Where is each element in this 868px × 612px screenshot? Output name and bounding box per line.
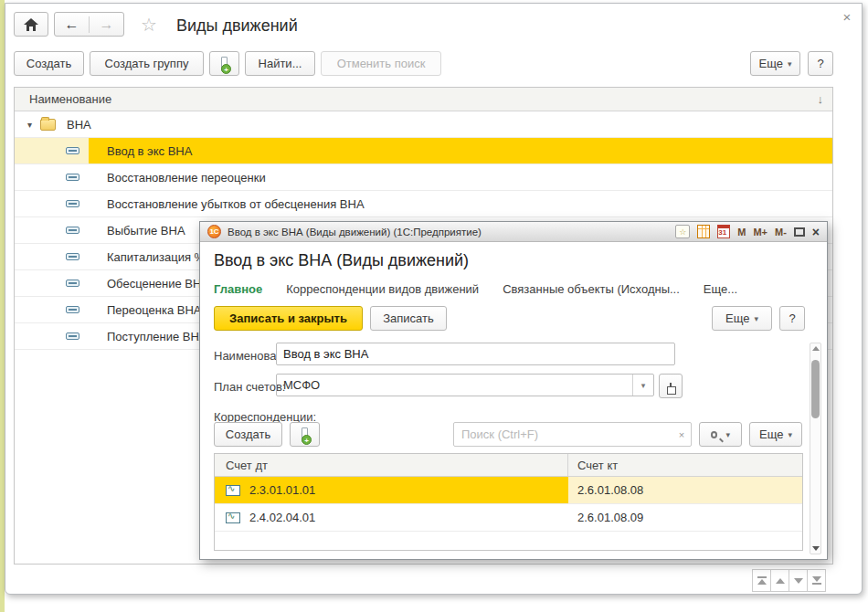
list-item[interactable]: Восстановление убытков от обесценения ВН…: [15, 191, 832, 217]
memory-plus-button[interactable]: M+: [753, 227, 767, 237]
new-item-icon-button[interactable]: +: [209, 51, 239, 76]
plan-open-button[interactable]: [659, 374, 683, 398]
save-and-close-button[interactable]: Записать и закрыть: [214, 306, 363, 331]
item-icon-cell: [15, 138, 89, 164]
forward-button[interactable]: →: [89, 16, 123, 33]
element-icon: [66, 332, 79, 340]
next-page-button[interactable]: [789, 569, 808, 592]
item-label: Ввод в экс ВНА: [89, 138, 832, 164]
col-credit-header[interactable]: Счет кт: [568, 454, 802, 476]
back-button[interactable]: ←: [55, 16, 89, 33]
tab-main[interactable]: Главное: [214, 282, 262, 296]
corr-new-icon-button[interactable]: +: [290, 422, 320, 447]
expander-icon[interactable]: ▾: [27, 120, 40, 130]
find-button[interactable]: Найти...: [245, 51, 315, 76]
dialog-more-button[interactable]: Еще▾: [712, 306, 772, 331]
item-icon-cell: [15, 164, 89, 190]
element-icon: [66, 227, 79, 234]
dialog-help-button[interactable]: ?: [779, 306, 805, 331]
first-page-button[interactable]: [752, 569, 771, 592]
corr-table-header[interactable]: Счет дт Счет кт: [215, 454, 802, 477]
list-item[interactable]: Ввод в экс ВНА: [15, 138, 832, 164]
create-button-label: Создать: [26, 57, 71, 70]
scrollbar-thumb[interactable]: [811, 360, 820, 418]
favorites-icon[interactable]: ☆: [675, 225, 690, 238]
triangle-down-icon: [794, 578, 803, 584]
plan-dropdown-icon[interactable]: ▾: [632, 375, 653, 396]
element-icon: [66, 253, 79, 260]
back-icon: ←: [65, 16, 79, 33]
first-page-icon: [757, 576, 767, 578]
tab-more[interactable]: Еще...: [704, 282, 737, 296]
corr-table-row[interactable]: 2.3.01.01.01 2.6.01.08.08: [215, 477, 802, 504]
element-icon: [66, 174, 79, 181]
forward-icon: →: [100, 16, 114, 33]
help-label: ?: [817, 57, 823, 70]
scroll-up-icon[interactable]: [812, 346, 820, 351]
corr-more-button[interactable]: Еще▾: [749, 422, 802, 447]
help-button-main[interactable]: ?: [808, 51, 833, 76]
tab-correspondences[interactable]: Корреспонденции видов движений: [286, 282, 479, 296]
corr-table-row[interactable]: 2.4.02.04.01 2.6.01.08.09: [215, 504, 802, 532]
item-icon-cell: [15, 323, 89, 349]
more-button-main[interactable]: Еще▾: [750, 51, 800, 76]
name-input[interactable]: [276, 343, 675, 365]
memory-minus-button[interactable]: M-: [775, 227, 787, 237]
item-icon-cell: [15, 217, 89, 243]
sort-desc-icon[interactable]: ↓: [818, 92, 824, 106]
dialog-titlebar[interactable]: 1С Ввод в экс ВНА (Виды движений) (1С:Пр…: [200, 222, 827, 242]
element-icon: [66, 147, 79, 154]
search-icon: [711, 431, 717, 438]
dialog-close-icon[interactable]: ×: [812, 225, 820, 239]
dialog-help-label: ?: [789, 311, 795, 325]
group-label: ВНА: [67, 118, 91, 132]
dialog-tabs: Главное Корреспонденции видов движений С…: [214, 282, 761, 296]
folder-icon: [40, 119, 56, 131]
dialog-body: Ввод в экс ВНА (Виды движений) Главное К…: [200, 242, 827, 560]
chevron-down-icon: ▾: [788, 59, 792, 69]
list-item[interactable]: Восстановление переоценки: [15, 164, 832, 191]
dialog-scrollbar[interactable]: [810, 343, 821, 554]
calendar-icon[interactable]: 31: [717, 225, 730, 238]
scroll-down-icon[interactable]: [812, 546, 820, 551]
tab-related-objects[interactable]: Связанные объекты (Исходны...: [503, 282, 680, 296]
corr-search-input[interactable]: [454, 427, 672, 441]
chevron-down-icon: ▾: [788, 430, 792, 439]
dialog-title: Ввод в экс ВНА (Виды движений) (1С:Предп…: [228, 227, 668, 237]
credit-account: 2.6.01.08.08: [577, 483, 643, 497]
window-close-icon[interactable]: ×: [839, 9, 855, 25]
create-group-button[interactable]: Создать группу: [90, 51, 204, 76]
memory-button[interactable]: M: [737, 227, 746, 237]
calculator-icon[interactable]: [697, 225, 710, 238]
item-icon-cell: [15, 244, 89, 269]
last-page-button[interactable]: [807, 569, 826, 592]
debit-account: 2.4.02.04.01: [249, 511, 315, 524]
triangle-up-icon: [757, 579, 767, 585]
corr-find-button[interactable]: ▾: [699, 422, 742, 447]
save-button[interactable]: Записать: [370, 306, 447, 331]
home-button[interactable]: [14, 12, 48, 37]
last-page-icon: [812, 583, 821, 585]
create-group-label: Создать группу: [105, 57, 189, 70]
list-column-header[interactable]: Наименование ↓: [15, 88, 832, 111]
prev-page-button[interactable]: [770, 569, 789, 592]
1c-logo: 1С: [207, 225, 221, 238]
corr-create-button[interactable]: Создать: [214, 422, 282, 447]
maximize-icon[interactable]: [794, 227, 805, 237]
debit-account: 2.3.01.01.01: [249, 483, 315, 497]
col-debit-header[interactable]: Счет дт: [215, 454, 568, 476]
corr-search-box: ×: [453, 422, 692, 447]
chevron-down-icon: ▾: [725, 430, 730, 439]
open-form-icon: [670, 383, 672, 390]
search-clear-icon[interactable]: ×: [672, 429, 691, 440]
plus-icon: +: [223, 67, 229, 73]
tree-group-row[interactable]: ▾ ВНА: [15, 111, 832, 138]
item-icon-cell: [15, 270, 89, 296]
create-button[interactable]: Создать: [14, 51, 84, 76]
favorite-star-icon[interactable]: ☆: [141, 14, 157, 36]
plan-combo[interactable]: МСФО ▾: [276, 374, 654, 396]
item-icon-cell: [15, 297, 89, 322]
column-header-label: Наименование: [29, 92, 111, 106]
triangle-up-icon: [776, 578, 785, 584]
dialog-more-label: Еще: [725, 311, 749, 325]
